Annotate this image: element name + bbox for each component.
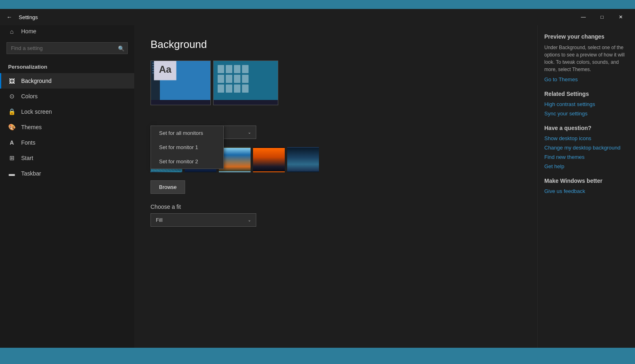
- monitor-preview-secondary[interactable]: [213, 61, 278, 105]
- search-input[interactable]: [7, 42, 128, 54]
- fit-dropdown-chevron: ⌄: [248, 218, 251, 222]
- sidebar-item-fonts-label: Fonts: [21, 139, 35, 146]
- background-icon: 🖼: [8, 77, 15, 84]
- choose-fit-label: Choose a fit: [151, 204, 521, 210]
- sidebar-section-label: Personalization: [0, 59, 134, 73]
- dropdown-chevron: ⌄: [248, 130, 251, 134]
- floating-items: [218, 65, 249, 93]
- lock-screen-icon: 🔒: [8, 108, 15, 115]
- monitor-screen-main: Aa: [151, 61, 211, 105]
- back-button[interactable]: ←: [5, 12, 14, 22]
- thumbnail-item[interactable]: [253, 147, 285, 172]
- get-help-link[interactable]: Get help: [544, 163, 628, 169]
- dropdown-section: Set for all monitors Set for monitor 1 S…: [151, 126, 521, 139]
- content-area: ⌂ Home 🔍 Personalization 🖼 Background ⊙: [0, 25, 635, 348]
- taskbar-icon: ▬: [8, 170, 15, 177]
- sidebar-item-start[interactable]: ⊞ Start: [0, 150, 134, 166]
- maximize-button[interactable]: □: [593, 11, 611, 24]
- change-desktop-bg-link[interactable]: Change my desktop background: [544, 145, 628, 151]
- fit-dropdown[interactable]: Fill ⌄: [151, 213, 256, 227]
- sidebar-item-start-label: Start: [21, 155, 33, 161]
- sidebar-item-colors[interactable]: ⊙ Colors: [0, 89, 134, 104]
- sidebar-item-lock-screen[interactable]: 🔒 Lock screen: [0, 104, 134, 119]
- context-menu: Set for all monitors Set for monitor 1 S…: [151, 126, 224, 169]
- sidebar-item-themes-label: Themes: [21, 124, 42, 130]
- start-icon: ⊞: [8, 154, 15, 162]
- give-feedback-link[interactable]: Give us feedback: [544, 188, 628, 194]
- monitor-preview-main[interactable]: Aa: [151, 61, 211, 105]
- go-to-themes-link[interactable]: Go to Themes: [544, 76, 628, 82]
- preview-changes-title: Preview your changes: [544, 33, 628, 40]
- sidebar-item-home-label: Home: [21, 28, 36, 35]
- close-button[interactable]: ✕: [611, 11, 630, 24]
- sidebar-item-background-label: Background: [21, 78, 52, 84]
- sidebar-search-container: 🔍: [7, 42, 128, 54]
- window-controls: — □ ✕: [574, 11, 630, 24]
- thumbnail-item[interactable]: [287, 147, 319, 172]
- monitor-preview-area: Aa: [151, 61, 521, 105]
- themes-icon: 🎨: [8, 124, 15, 131]
- related-settings-title: Related Settings: [544, 91, 628, 97]
- make-windows-better-title: Make Windows better: [544, 178, 628, 184]
- sidebar: ⌂ Home 🔍 Personalization 🖼 Background ⊙: [0, 25, 134, 348]
- sidebar-item-themes[interactable]: 🎨 Themes: [0, 119, 134, 135]
- find-new-themes-link[interactable]: Find new themes: [544, 154, 628, 160]
- window-title: Settings: [19, 14, 38, 20]
- preview-taskbar: [151, 100, 210, 105]
- context-menu-set-monitor-2[interactable]: Set for monitor 2: [151, 154, 223, 169]
- choose-fit-section: Choose a fit Fill ⌄: [151, 204, 521, 227]
- preview-changes-text: Under Background, select one of the opti…: [544, 44, 628, 73]
- sidebar-item-lock-screen-label: Lock screen: [21, 108, 52, 115]
- sidebar-item-colors-label: Colors: [21, 93, 37, 100]
- context-menu-set-monitor-1[interactable]: Set for monitor 1: [151, 140, 223, 154]
- sidebar-item-taskbar[interactable]: ▬ Taskbar: [0, 166, 134, 181]
- sidebar-item-taskbar-label: Taskbar: [21, 170, 41, 177]
- sidebar-item-home[interactable]: ⌂ Home: [0, 25, 134, 37]
- page-title: Background: [151, 38, 521, 51]
- minimize-button[interactable]: —: [574, 11, 593, 24]
- browse-button[interactable]: Browse: [151, 180, 185, 194]
- show-desktop-icons-link[interactable]: Show desktop icons: [544, 135, 628, 141]
- preview-aa-window: Aa: [154, 61, 177, 80]
- preview-taskbar-secondary: [214, 100, 278, 105]
- main-content: Background Aa: [134, 25, 537, 348]
- have-a-question-title: Have a question?: [544, 125, 628, 131]
- right-panel: Preview your changes Under Background, s…: [537, 25, 635, 348]
- fit-value: Fill: [156, 217, 163, 223]
- home-icon: ⌂: [8, 28, 15, 35]
- context-menu-set-all[interactable]: Set for all monitors: [151, 126, 223, 140]
- search-icon: 🔍: [118, 45, 124, 51]
- title-bar: ← Settings — □ ✕: [0, 9, 635, 25]
- sidebar-item-background[interactable]: 🖼 Background: [0, 73, 134, 89]
- fonts-icon: A: [8, 139, 15, 146]
- colors-icon: ⊙: [8, 93, 15, 100]
- sync-settings-link[interactable]: Sync your settings: [544, 110, 628, 117]
- monitor-screen-secondary: [213, 61, 278, 105]
- sidebar-item-fonts[interactable]: A Fonts: [0, 135, 134, 150]
- high-contrast-link[interactable]: High contrast settings: [544, 101, 628, 107]
